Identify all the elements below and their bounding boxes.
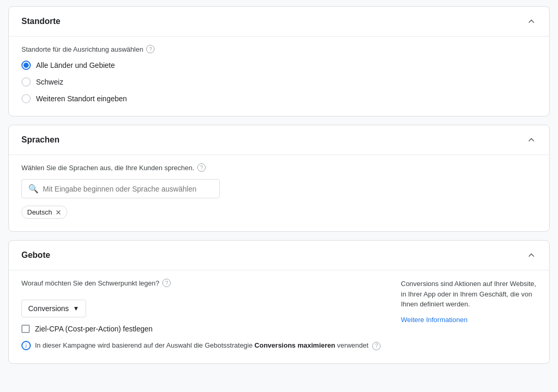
standorte-radio-group: Alle Länder und Gebiete Schweiz Weiteren… <box>21 61 537 103</box>
gebote-info-text: In dieser Kampagne wird basierend auf de… <box>35 340 381 351</box>
gebote-right: Conversions sind Aktionen auf Ihrer Webs… <box>401 279 537 351</box>
language-search-container: 🔍 <box>21 179 220 198</box>
language-search-input[interactable] <box>43 185 213 193</box>
search-icon: 🔍 <box>28 184 39 194</box>
sprachen-label: Wählen Sie die Sprachen aus, die Ihre Ku… <box>21 163 537 172</box>
deutsch-tag-label: Deutsch <box>27 208 52 216</box>
radio-schweiz-label: Schweiz <box>36 78 63 86</box>
sprachen-chevron-icon <box>526 135 537 145</box>
ziel-cpa-label: Ziel-CPA (Cost-per-Action) festlegen <box>35 325 152 333</box>
standorte-title: Standorte <box>21 17 61 26</box>
standorte-body: Standorte für die Ausrichtung auswählen … <box>9 36 549 116</box>
sprachen-header[interactable]: Sprachen <box>9 125 549 155</box>
ziel-cpa-checkbox[interactable] <box>21 325 30 333</box>
sprachen-help-icon[interactable]: ? <box>197 163 206 172</box>
standorte-help-icon[interactable]: ? <box>146 45 155 53</box>
gebote-focus-label: Worauf möchten Sie den Schwerpunkt legen… <box>21 279 384 287</box>
gebote-header[interactable]: Gebote <box>9 241 549 270</box>
info-help-icon[interactable]: ? <box>372 342 381 350</box>
gebote-info-row: i In dieser Kampagne wird basierend auf … <box>21 340 384 351</box>
standorte-chevron-icon <box>526 16 537 27</box>
gebote-left: Worauf möchten Sie den Schwerpunkt legen… <box>21 279 384 351</box>
gebote-chevron-icon <box>526 250 537 260</box>
conversions-maximieren-bold: Conversions maximieren <box>255 341 336 349</box>
standorte-section: Standorte Standorte für die Ausrichtung … <box>8 6 550 116</box>
deutsch-tag: Deutsch ✕ <box>21 206 67 219</box>
language-search-wrapper[interactable]: 🔍 <box>21 179 220 198</box>
sprachen-body: Wählen Sie die Sprachen aus, die Ihre Ku… <box>9 155 549 231</box>
radio-schweiz[interactable]: Schweiz <box>21 77 537 87</box>
dropdown-arrow-icon: ▼ <box>73 305 79 312</box>
gebote-body: Worauf möchten Sie den Schwerpunkt legen… <box>9 270 549 363</box>
standorte-header[interactable]: Standorte <box>9 7 549 36</box>
radio-schweiz-input[interactable] <box>21 77 31 87</box>
radio-alle-label: Alle Länder und Gebiete <box>36 61 115 69</box>
gebote-section: Gebote Worauf möchten Sie den Schwerpunk… <box>8 240 550 364</box>
sprachen-title: Sprachen <box>21 135 60 145</box>
deutsch-tag-close[interactable]: ✕ <box>55 209 62 216</box>
weitere-informationen-link[interactable]: Weitere Informationen <box>401 316 468 324</box>
standorte-label: Standorte für die Ausrichtung auswählen … <box>21 45 537 53</box>
radio-alle-input[interactable] <box>21 61 31 70</box>
radio-weiteren-input[interactable] <box>21 94 31 103</box>
conversions-dropdown-value: Conversions <box>28 304 69 313</box>
conversions-dropdown[interactable]: Conversions ▼ <box>21 300 86 317</box>
radio-alle-laender[interactable]: Alle Länder und Gebiete <box>21 61 537 70</box>
info-icon: i <box>21 341 31 350</box>
sprachen-section: Sprachen Wählen Sie die Sprachen aus, di… <box>8 125 550 232</box>
gebote-right-text: Conversions sind Aktionen auf Ihrer Webs… <box>401 279 537 310</box>
gebote-help-icon[interactable]: ? <box>162 279 171 287</box>
radio-weiteren-label: Weiteren Standort eingeben <box>36 94 127 103</box>
gebote-title: Gebote <box>21 251 50 260</box>
radio-weiteren[interactable]: Weiteren Standort eingeben <box>21 94 537 103</box>
ziel-cpa-checkbox-row: Ziel-CPA (Cost-per-Action) festlegen <box>21 325 384 333</box>
gebote-content: Worauf möchten Sie den Schwerpunkt legen… <box>21 279 537 351</box>
